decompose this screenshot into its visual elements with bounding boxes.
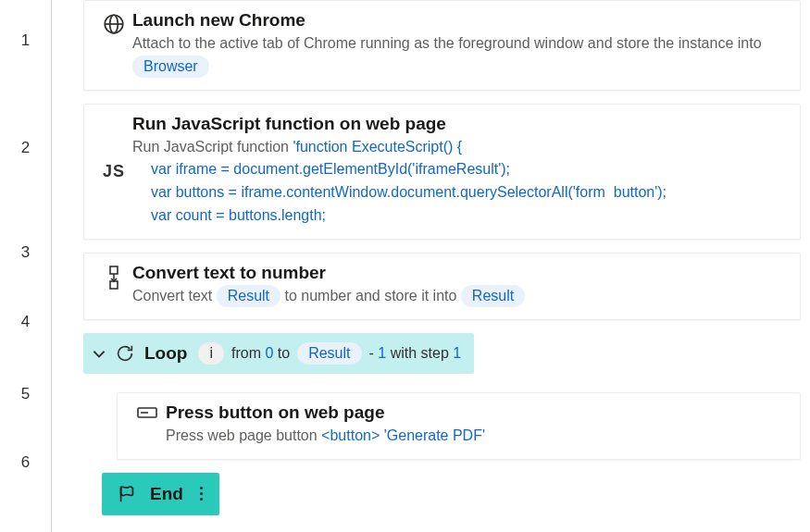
line-number: 2 <box>0 81 51 215</box>
step-description: Attach to the active tab of Chrome runni… <box>132 32 789 79</box>
line-number: 6 <box>0 435 51 490</box>
step-title: Convert text to number <box>132 263 789 283</box>
chevron-down-icon[interactable] <box>91 345 107 362</box>
action-press-button[interactable]: Press button on web page Press web page … <box>117 392 801 460</box>
flag-icon <box>117 484 137 504</box>
loop-icon <box>115 343 135 364</box>
action-convert-text-to-number[interactable]: Convert text to number Convert text Resu… <box>83 253 801 320</box>
line-number-gutter: 1 2 3 4 5 6 <box>0 0 52 532</box>
globe-icon <box>95 10 132 36</box>
line-number: 3 <box>0 215 51 291</box>
step-title: Press button on web page <box>166 402 789 423</box>
variable-pill-result[interactable]: Result <box>217 285 280 307</box>
convert-icon <box>95 263 132 291</box>
variable-pill-index[interactable]: i <box>198 342 224 365</box>
variable-pill-result[interactable]: Result <box>297 342 361 365</box>
action-launch-chrome[interactable]: Launch new Chrome Attach to the active t… <box>83 0 801 91</box>
line-number: 5 <box>0 353 51 435</box>
step-description: Press web page button <button> 'Generate… <box>166 425 789 448</box>
step-description: Convert text Result to number and store … <box>132 285 789 308</box>
variable-pill-result[interactable]: Result <box>461 285 525 307</box>
button-icon <box>129 402 166 421</box>
svg-rect-4 <box>110 281 118 289</box>
action-run-javascript[interactable]: JS Run JavaScript function on web page R… <box>83 104 801 240</box>
action-end[interactable]: End <box>102 473 219 515</box>
more-menu-icon[interactable] <box>196 487 206 501</box>
line-number: 4 <box>0 291 51 353</box>
variable-pill-browser[interactable]: Browser <box>132 56 209 78</box>
line-number: 1 <box>0 0 51 81</box>
step-description: Run JavaScript function 'function Execut… <box>132 136 789 228</box>
svg-rect-3 <box>110 266 118 274</box>
step-title: Run JavaScript function on web page <box>132 114 789 134</box>
step-title: End <box>150 484 183 504</box>
flow-canvas: Launch new Chrome Attach to the active t… <box>52 0 810 532</box>
step-title: Loop <box>144 343 187 364</box>
js-icon: JS <box>95 160 132 181</box>
step-title: Launch new Chrome <box>132 10 789 31</box>
action-loop[interactable]: Loop i from 0 to Result - 1 with step 1 <box>83 333 474 374</box>
